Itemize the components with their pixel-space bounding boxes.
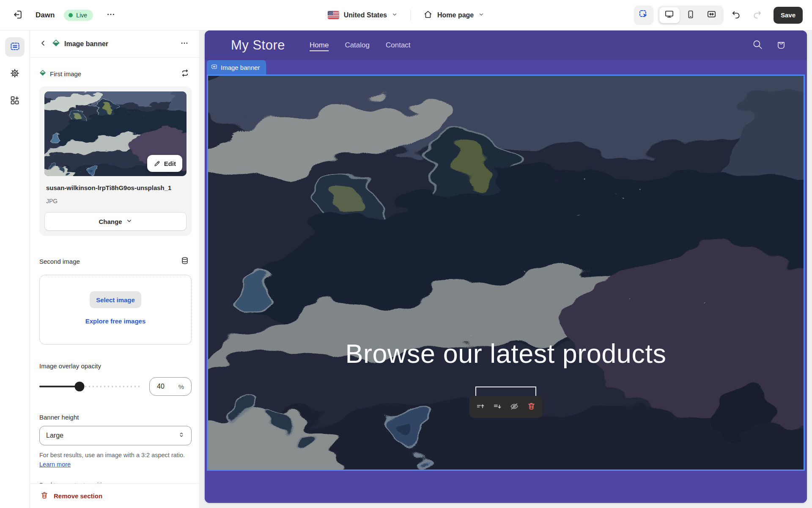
- country-label: United States: [344, 11, 387, 19]
- updown-chevron-icon: [178, 431, 185, 440]
- cart-icon[interactable]: [776, 39, 787, 52]
- inspector-icon: [639, 9, 649, 21]
- banner-heading: Browse our latest products: [346, 338, 667, 369]
- change-image-button[interactable]: Change: [44, 212, 187, 231]
- dynamic-source-button[interactable]: [178, 254, 192, 268]
- live-dot-icon: [69, 13, 73, 17]
- first-image-label: First image: [50, 70, 81, 77]
- exit-icon: [13, 9, 23, 21]
- mobile-view-button[interactable]: [680, 7, 701, 23]
- opacity-slider-thumb[interactable]: [75, 382, 85, 392]
- nav-contact-link[interactable]: Contact: [386, 41, 411, 50]
- move-section-down-button[interactable]: [491, 398, 504, 415]
- overlay-opacity-unit: %: [178, 383, 184, 390]
- edit-image-button[interactable]: Edit: [147, 155, 182, 172]
- first-image-card: Edit susan-wilkinson-lrpTi8hG9os-unsplas…: [39, 86, 192, 236]
- change-button-label: Change: [99, 218, 122, 225]
- next-section-strip[interactable]: [205, 472, 807, 503]
- pencil-icon: [154, 160, 161, 167]
- banner-height-label: Banner height: [39, 414, 192, 421]
- first-image-diamond-icon: [39, 69, 46, 78]
- swap-image-button[interactable]: [178, 67, 192, 80]
- theme-editor: Dawn Live: [0, 0, 812, 508]
- section-badge[interactable]: Image banner: [207, 60, 266, 75]
- explore-free-images-link[interactable]: Explore free images: [85, 318, 146, 325]
- banner-height-value: Large: [46, 432, 63, 439]
- select-image-button[interactable]: Select image: [90, 291, 141, 308]
- redo-icon: [752, 10, 762, 21]
- chevron-down-icon: [126, 218, 132, 225]
- move-down-icon: [493, 402, 502, 412]
- theme-name: Dawn: [36, 11, 55, 19]
- editor-rail: [0, 30, 30, 508]
- overlay-opacity-label: Image overlay opacity: [39, 362, 192, 370]
- swap-icon: [181, 69, 189, 79]
- back-button[interactable]: [36, 37, 50, 51]
- store-preview-frame: My Store Home Catalog Contact: [205, 30, 807, 503]
- delete-section-button[interactable]: [524, 398, 538, 415]
- store-header: My Store Home Catalog Contact: [205, 30, 807, 60]
- second-image-dropzone: Select image Explore free images: [39, 275, 192, 345]
- hide-section-button[interactable]: [508, 398, 521, 415]
- trash-icon: [40, 491, 49, 501]
- image-filename: susan-wilkinson-lrpTi8hG9os-unsplash_1: [46, 183, 185, 193]
- nav-catalog-link[interactable]: Catalog: [345, 41, 370, 50]
- desktop-view-button[interactable]: [659, 7, 680, 23]
- banner-height-select[interactable]: Large: [39, 426, 192, 445]
- topbar-divider: [410, 10, 411, 21]
- page-selector[interactable]: Home page: [421, 7, 487, 24]
- section-badge-label: Image banner: [221, 64, 260, 71]
- redo-button[interactable]: [749, 7, 766, 24]
- gear-icon: [10, 68, 20, 80]
- remove-section-button[interactable]: Remove section: [54, 492, 102, 500]
- panel-footer: Remove section: [30, 483, 199, 508]
- panel-body: First image: [30, 58, 199, 483]
- mobile-icon: [686, 10, 695, 21]
- section-options-menu-button[interactable]: [177, 37, 192, 51]
- second-image-label: Second image: [39, 258, 80, 265]
- trash-icon: [527, 402, 536, 412]
- undo-icon: [731, 10, 741, 21]
- image-format: JPG: [46, 198, 185, 204]
- exit-editor-button[interactable]: [9, 7, 26, 24]
- section-settings-panel: Image banner: [30, 30, 199, 508]
- home-icon: [423, 10, 433, 20]
- help-text-body: For best results, use an image with a 3:…: [39, 452, 185, 458]
- eye-off-icon: [510, 402, 519, 412]
- device-preview-switcher: [658, 6, 724, 25]
- us-flag-icon: [328, 11, 339, 19]
- store-name[interactable]: My Store: [231, 38, 285, 53]
- topbar: Dawn Live: [0, 0, 812, 30]
- fullwidth-view-button[interactable]: [702, 7, 722, 23]
- learn-more-link[interactable]: Learn more: [39, 461, 71, 468]
- first-image-thumbnail[interactable]: Edit: [44, 91, 187, 176]
- move-up-icon: [476, 402, 485, 412]
- live-badge: Live: [64, 10, 93, 21]
- opacity-slider-fill: [39, 386, 80, 387]
- rail-apps-tab[interactable]: [5, 91, 25, 111]
- save-button[interactable]: Save: [774, 7, 803, 24]
- move-section-up-button[interactable]: [474, 398, 487, 415]
- chevron-down-icon: [392, 11, 398, 19]
- overlay-opacity-value: 40: [157, 383, 165, 390]
- rail-sections-tab[interactable]: [5, 37, 25, 57]
- section-badge-icon: [211, 64, 217, 71]
- overlay-opacity-input[interactable]: 40 %: [149, 377, 192, 396]
- page-selector-label: Home page: [437, 11, 474, 19]
- undo-button[interactable]: [728, 7, 745, 24]
- nav-home-link[interactable]: Home: [310, 41, 329, 50]
- chevron-down-icon: [478, 11, 484, 19]
- store-nav: Home Catalog Contact: [310, 41, 752, 50]
- ellipsis-icon: [180, 39, 189, 49]
- search-icon[interactable]: [752, 39, 763, 52]
- sections-icon: [10, 41, 20, 53]
- theme-options-menu-button[interactable]: [102, 7, 119, 24]
- desktop-icon: [664, 9, 674, 21]
- rail-settings-tab[interactable]: [5, 64, 25, 84]
- section-floating-toolbar: [469, 396, 542, 418]
- inspector-toggle-button[interactable]: [634, 6, 653, 25]
- country-selector[interactable]: United States: [325, 7, 400, 24]
- section-diamond-icon: [52, 39, 60, 49]
- overlay-opacity-slider[interactable]: [39, 381, 140, 392]
- live-badge-label: Live: [76, 12, 87, 19]
